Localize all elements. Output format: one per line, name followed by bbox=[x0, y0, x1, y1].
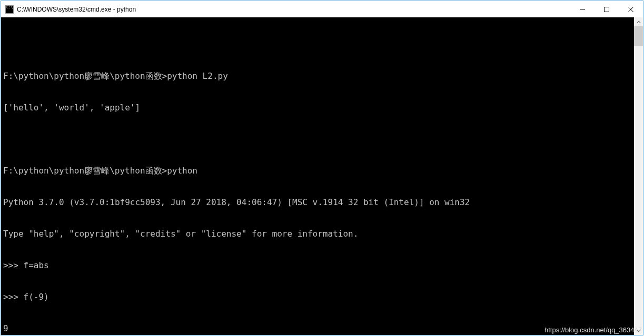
terminal-output[interactable]: F:\python\python廖雪峰\python函数>python L2.p… bbox=[1, 17, 634, 335]
terminal-line: >>> f(-9) bbox=[3, 292, 632, 302]
scroll-down-button[interactable] bbox=[634, 326, 643, 335]
terminal-line: F:\python\python廖雪峰\python函数>python bbox=[3, 166, 632, 176]
scroll-up-button[interactable] bbox=[634, 17, 643, 26]
minimize-icon bbox=[580, 7, 585, 12]
terminal-line: F:\python\python廖雪峰\python函数>python L2.p… bbox=[3, 71, 632, 82]
terminal-line: 9 bbox=[3, 323, 632, 334]
chevron-down-icon bbox=[637, 329, 641, 333]
scroll-track[interactable] bbox=[634, 26, 643, 326]
cmd-icon bbox=[5, 5, 14, 14]
scroll-thumb[interactable] bbox=[634, 26, 643, 46]
maximize-icon bbox=[604, 7, 609, 12]
titlebar[interactable]: C:\WINDOWS\system32\cmd.exe - python bbox=[1, 1, 643, 17]
chevron-up-icon bbox=[637, 20, 641, 24]
close-button[interactable] bbox=[619, 1, 643, 17]
terminal-line bbox=[3, 134, 632, 145]
maximize-button[interactable] bbox=[595, 1, 619, 17]
terminal-line: >>> f=abs bbox=[3, 260, 632, 271]
terminal-line: Type "help", "copyright", "credits" or "… bbox=[3, 229, 632, 239]
terminal-line: Python 3.7.0 (v3.7.0:1bf9cc5093, Jun 27 … bbox=[3, 197, 632, 208]
vertical-scrollbar[interactable] bbox=[634, 17, 643, 335]
close-icon bbox=[628, 7, 633, 12]
window-title: C:\WINDOWS\system32\cmd.exe - python bbox=[17, 6, 570, 13]
window-controls bbox=[570, 1, 643, 17]
terminal-line bbox=[3, 39, 632, 50]
terminal-line: ['hello', 'world', 'apple'] bbox=[3, 103, 632, 113]
content-area: F:\python\python廖雪峰\python函数>python L2.p… bbox=[1, 17, 643, 335]
cmd-window: C:\WINDOWS\system32\cmd.exe - python F:\… bbox=[1, 1, 643, 335]
minimize-button[interactable] bbox=[570, 1, 595, 17]
svg-rect-1 bbox=[605, 7, 609, 12]
